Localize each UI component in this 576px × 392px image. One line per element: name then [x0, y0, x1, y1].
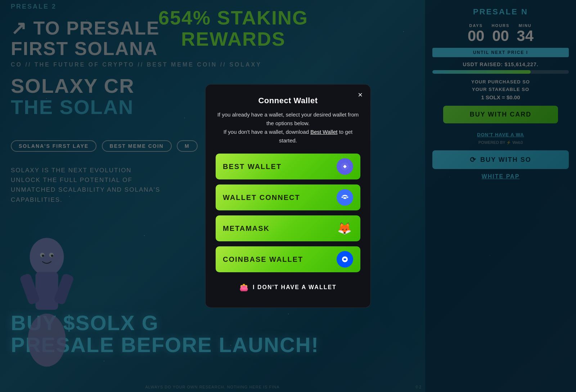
best-wallet-button[interactable]: BEST WALLET	[216, 154, 360, 179]
svg-rect-13	[344, 259, 346, 260]
walletconnect-icon	[337, 189, 353, 206]
no-wallet-icon: 👛	[239, 283, 249, 292]
modal-desc-part1: If you already have a wallet, select you…	[217, 111, 359, 126]
best-wallet-icon	[337, 158, 353, 175]
svg-point-10	[344, 165, 346, 168]
modal-desc-part2: If you don't have a wallet, download	[224, 129, 309, 135]
modal-title: Connect Wallet	[216, 96, 360, 105]
no-wallet-button[interactable]: 👛 I DON'T HAVE A WALLET	[216, 277, 360, 297]
coinbase-wallet-button[interactable]: COINBASE WALLET	[216, 246, 360, 272]
metamask-label: METAMASK	[223, 224, 270, 233]
best-wallet-label: BEST WALLET	[223, 163, 282, 171]
best-wallet-link[interactable]: Best Wallet	[310, 129, 337, 135]
modal-content: × Connect Wallet If you already have a w…	[205, 84, 371, 308]
modal-description: If you already have a wallet, select you…	[216, 110, 360, 145]
modal-close-button[interactable]: ×	[356, 90, 365, 100]
metamask-button[interactable]: METAMASK 🦊	[216, 215, 360, 241]
metamask-icon: 🦊	[337, 220, 353, 237]
no-wallet-label: I DON'T HAVE A WALLET	[253, 284, 337, 291]
coinbase-wallet-label: COINBASE WALLET	[223, 255, 303, 264]
connect-wallet-modal: × Connect Wallet If you already have a w…	[205, 84, 371, 308]
coinbase-wallet-icon	[337, 251, 353, 268]
wallet-connect-button[interactable]: WALLET CONNECT	[216, 184, 360, 210]
wallet-connect-label: WALLET CONNECT	[223, 193, 300, 202]
